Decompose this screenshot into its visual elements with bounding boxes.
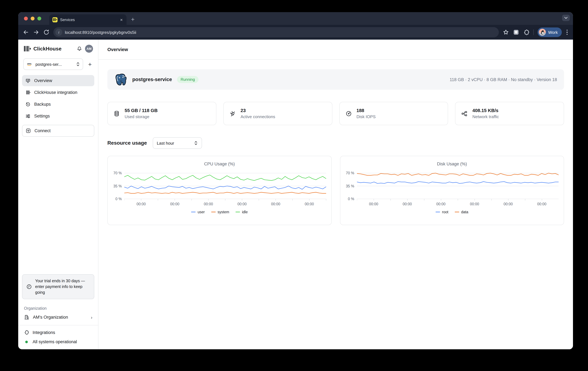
gauge-icon xyxy=(345,110,352,117)
stat-card-iops: 188 Disk IOPS xyxy=(339,102,448,125)
organization-row[interactable]: AM's Organization › xyxy=(18,314,98,320)
window-controls[interactable] xyxy=(24,17,41,20)
tab-services[interactable]: Services × xyxy=(49,14,126,25)
chart-title: Disk Usage (%) xyxy=(340,161,564,166)
close-window-button[interactable] xyxy=(24,17,28,20)
x-axis-tick-label: 00:00 xyxy=(293,202,326,206)
legend-item: data xyxy=(455,210,468,214)
legend-item: system xyxy=(211,210,229,214)
notifications-bell-icon[interactable] xyxy=(77,46,82,51)
connect-icon xyxy=(26,128,31,133)
bookmark-star-icon[interactable] xyxy=(503,29,509,35)
trial-clock-icon xyxy=(26,284,32,290)
x-axis-tick-label: 00:00 xyxy=(124,202,158,206)
legend-item: root xyxy=(436,210,448,214)
back-icon[interactable] xyxy=(23,29,29,35)
page-content: postgres-service Running 118 GB · 2 vCPU… xyxy=(98,60,573,349)
shield-extension-icon[interactable] xyxy=(513,29,519,35)
chart-legend: usersystemidle xyxy=(108,210,331,214)
clickhouse-bars-icon xyxy=(25,90,31,95)
connect-button[interactable]: Connect xyxy=(22,125,94,137)
url-bar[interactable]: i localhost:8910/postgres/pgkybgnv0s5ii xyxy=(53,27,499,37)
legend-item: idle xyxy=(236,210,248,214)
profile-label: Work xyxy=(548,30,558,35)
time-range-select[interactable]: Last hour xyxy=(153,137,202,149)
sidebar-nav: Overview ClickHouse integration Backups xyxy=(18,75,98,122)
legend-swatch-icon xyxy=(436,212,440,212)
disk-usage-plot: 70 %35 %0 % xyxy=(357,170,559,201)
service-hero-card: postgres-service Running 118 GB · 2 vCPU… xyxy=(107,69,564,90)
url-text: localhost:8910/postgres/pgkybgnv0s5ii xyxy=(65,30,136,35)
toolbar-divider xyxy=(534,29,534,35)
charts-row: CPU Usage (%) 70 %35 %0 % 00:0000:0000:0… xyxy=(107,156,564,225)
clickhouse-logo-icon xyxy=(24,46,31,51)
stat-label: Active connections xyxy=(241,114,275,120)
resource-usage-title: Resource usage xyxy=(107,140,147,146)
cpu-usage-plot: 70 %35 %0 % xyxy=(124,170,326,201)
integrations-link[interactable]: Integrations xyxy=(24,330,92,335)
add-service-button[interactable]: + xyxy=(87,61,93,67)
sidebar-item-label: Settings xyxy=(34,114,50,119)
new-tab-button[interactable]: + xyxy=(131,16,135,23)
chevron-right-icon: › xyxy=(91,315,92,320)
stat-card-network: 408.15 KB/s Network traffic xyxy=(455,102,564,125)
chart-title: CPU Usage (%) xyxy=(108,161,331,166)
minimize-window-button[interactable] xyxy=(31,17,34,20)
tab-search-button[interactable] xyxy=(562,15,570,21)
network-icon xyxy=(461,110,468,117)
maximize-window-button[interactable] xyxy=(37,17,41,20)
sidebar-item-settings[interactable]: Settings xyxy=(22,110,94,122)
profile-avatar xyxy=(539,29,546,36)
x-axis-tick-label: 00:00 xyxy=(158,202,192,206)
forward-icon[interactable] xyxy=(33,29,39,35)
integrations-puzzle-icon xyxy=(24,330,29,335)
stat-label: Network traffic xyxy=(472,114,499,120)
legend-swatch-icon xyxy=(455,212,459,212)
cpu-usage-chart xyxy=(124,170,326,201)
stat-card-storage: 55 GB / 118 GB Used storage xyxy=(107,102,216,125)
browser-toolbar: i localhost:8910/postgres/pgkybgnv0s5ii xyxy=(18,25,573,40)
time-range-value: Last hour xyxy=(157,141,174,145)
browser-menu-icon[interactable] xyxy=(566,30,568,35)
sidebar-item-overview[interactable]: Overview xyxy=(22,75,94,86)
clickhouse-favicon xyxy=(52,17,58,22)
integrations-label: Integrations xyxy=(32,330,55,335)
reload-icon[interactable] xyxy=(43,29,50,35)
legend-swatch-icon xyxy=(191,212,196,212)
settings-sliders-icon xyxy=(25,113,31,119)
x-axis-tick-label: 00:00 xyxy=(390,202,424,206)
x-axis-tick-label: 00:00 xyxy=(225,202,259,206)
extensions-puzzle-icon[interactable] xyxy=(523,29,530,35)
profile-chip[interactable]: Work xyxy=(538,28,562,37)
tab-close-icon[interactable]: × xyxy=(119,17,123,22)
main-panel: Overview postgres-service Running xyxy=(98,40,573,349)
stat-value: 55 GB / 118 GB xyxy=(125,107,158,114)
select-chevrons-icon xyxy=(76,62,80,66)
sidebar-item-label: ClickHouse integration xyxy=(34,90,77,95)
stat-cards: 55 GB / 118 GB Used storage 23 Active co… xyxy=(107,102,564,125)
sidebar-item-clickhouse-integration[interactable]: ClickHouse integration xyxy=(22,87,94,98)
plug-icon xyxy=(230,110,236,117)
service-selector-value: postgres-ser... xyxy=(35,62,74,67)
resource-usage-row: Resource usage Last hour xyxy=(107,137,564,149)
y-axis-tick-label: 70 % xyxy=(346,171,354,175)
x-axis-labels: 00:0000:0000:0000:0000:0000:00 xyxy=(357,202,559,206)
penguin-icon xyxy=(539,29,546,36)
x-axis-tick-label: 00:00 xyxy=(491,202,525,206)
brand-row: ClickHouse AM xyxy=(18,40,98,55)
service-selector-row: aws postgres-ser... + xyxy=(18,55,98,70)
service-selector[interactable]: aws postgres-ser... xyxy=(23,59,83,70)
organization-label: Organization xyxy=(18,306,98,311)
brand-name: ClickHouse xyxy=(33,46,74,51)
user-avatar[interactable]: AM xyxy=(85,45,93,53)
x-axis-tick-label: 00:00 xyxy=(259,202,293,206)
site-info-icon[interactable]: i xyxy=(55,29,62,36)
sidebar-item-backups[interactable]: Backups xyxy=(22,99,94,110)
stat-value: 188 xyxy=(357,107,376,114)
x-axis-tick-label: 00:00 xyxy=(458,202,492,206)
legend-swatch-icon xyxy=(211,212,216,212)
stat-label: Used storage xyxy=(125,114,158,120)
sidebar-footer: Integrations All systems operational xyxy=(18,325,98,349)
system-status-row[interactable]: All systems operational xyxy=(24,339,92,344)
x-axis-labels: 00:0000:0000:0000:0000:0000:00 xyxy=(124,202,326,206)
